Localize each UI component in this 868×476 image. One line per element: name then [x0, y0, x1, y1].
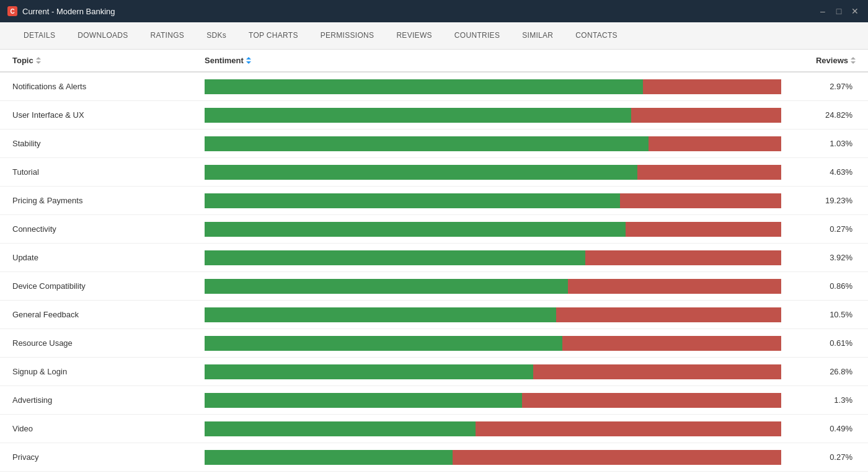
sentiment-bar: [205, 279, 781, 294]
sentiment-bar: [205, 450, 781, 465]
topic-cell: Update: [12, 253, 205, 262]
table-row: Device Compatibility 0.86%: [0, 272, 868, 301]
sentiment-bar: [205, 136, 781, 151]
topic-cell: Privacy: [12, 452, 205, 462]
reviews-pct: 0.27%: [781, 224, 856, 234]
positive-bar: [205, 364, 533, 379]
nav-ratings[interactable]: RATINGS: [140, 22, 196, 50]
topic-cell: Pricing & Payments: [12, 196, 205, 205]
table-row: Signup & Login 26.8%: [0, 358, 868, 386]
nav-similar[interactable]: SIMILAR: [511, 22, 564, 50]
sentiment-bar: [205, 222, 781, 237]
reviews-pct: 0.49%: [781, 424, 856, 433]
positive-bar: [205, 193, 620, 208]
sentiment-bar: [205, 393, 781, 408]
reviews-pct: 2.97%: [781, 82, 856, 91]
positive-bar: [205, 79, 643, 94]
nav-countries[interactable]: COUNTRIES: [443, 22, 511, 50]
col-reviews[interactable]: Reviews: [781, 56, 856, 65]
sentiment-bar: [205, 336, 781, 351]
positive-bar: [205, 279, 568, 294]
reviews-pct: 19.23%: [781, 196, 856, 205]
positive-bar: [205, 336, 562, 351]
table-row: General Feedback 10.5%: [0, 301, 868, 329]
reviews-sort-icon[interactable]: [851, 57, 856, 64]
title-bar: C Current - Modern Banking – □ ✕: [0, 0, 868, 22]
maximize-button[interactable]: □: [833, 6, 844, 16]
negative-bar: [533, 364, 781, 379]
negative-bar: [568, 279, 781, 294]
topic-cell: General Feedback: [12, 310, 205, 319]
topic-cell: Video: [12, 424, 205, 433]
sentiment-bar: [205, 250, 781, 265]
table-row: Pricing & Payments 19.23%: [0, 187, 868, 215]
minimize-button[interactable]: –: [817, 6, 828, 16]
table-row: Tutorial 4.63%: [0, 158, 868, 187]
topic-cell: Resource Usage: [12, 338, 205, 348]
reviews-pct: 0.27%: [781, 452, 856, 462]
sentiment-bar: [205, 165, 781, 180]
reviews-pct: 3.92%: [781, 253, 856, 262]
nav-contacts[interactable]: CONTACTS: [564, 22, 629, 50]
reviews-pct: 26.8%: [781, 367, 856, 376]
positive-bar: [205, 307, 556, 322]
negative-bar: [626, 222, 781, 237]
reviews-pct: 0.86%: [781, 281, 856, 291]
negative-bar: [562, 336, 781, 351]
nav-top-charts[interactable]: TOP CHARTS: [237, 22, 309, 50]
positive-bar: [205, 421, 476, 436]
positive-bar: [205, 136, 649, 151]
col-topic[interactable]: Topic: [12, 56, 205, 65]
negative-bar: [556, 307, 781, 322]
positive-bar: [205, 165, 637, 180]
nav-bar: DETAILS DOWNLOADS RATINGS SDKs TOP CHART…: [0, 22, 868, 50]
table-row: Advertising 1.3%: [0, 386, 868, 415]
table-row: Update 3.92%: [0, 244, 868, 272]
sentiment-bar: [205, 421, 781, 436]
topic-cell: User Interface & UX: [12, 110, 205, 120]
negative-bar: [585, 250, 781, 265]
table-row: Connectivity 0.27%: [0, 215, 868, 244]
topic-cell: Connectivity: [12, 224, 205, 234]
topic-cell: Signup & Login: [12, 367, 205, 376]
positive-bar: [205, 222, 626, 237]
nav-downloads[interactable]: DOWNLOADS: [66, 22, 139, 50]
positive-bar: [205, 250, 585, 265]
positive-bar: [205, 108, 631, 123]
topic-cell: Device Compatibility: [12, 281, 205, 291]
table-row: Resource Usage 0.61%: [0, 329, 868, 358]
nav-reviews[interactable]: REVIEWS: [385, 22, 443, 50]
nav-details[interactable]: DETAILS: [12, 22, 66, 50]
sentiment-sort-icon[interactable]: [246, 57, 251, 64]
negative-bar: [620, 193, 781, 208]
table-row: Stability 1.03%: [0, 130, 868, 158]
table-row: Video 0.49%: [0, 415, 868, 443]
nav-sdks[interactable]: SDKs: [195, 22, 237, 50]
col-sentiment[interactable]: Sentiment: [205, 56, 781, 65]
topic-cell: Advertising: [12, 395, 205, 405]
content-area: Topic Sentiment Reviews Notifications & …: [0, 50, 868, 476]
reviews-pct: 4.63%: [781, 167, 856, 177]
table-row: User Interface & UX 24.82%: [0, 101, 868, 130]
topic-cell: Tutorial: [12, 167, 205, 177]
table-row: Notifications & Alerts 2.97%: [0, 73, 868, 101]
nav-permissions[interactable]: PERMISSIONS: [309, 22, 386, 50]
topic-sort-icon[interactable]: [36, 57, 41, 64]
reviews-pct: 0.61%: [781, 338, 856, 348]
sentiment-bar: [205, 193, 781, 208]
sentiment-bar: [205, 108, 781, 123]
topic-cell: Notifications & Alerts: [12, 82, 205, 91]
negative-bar: [643, 79, 781, 94]
topic-cell: Stability: [12, 139, 205, 148]
reviews-pct: 1.03%: [781, 139, 856, 148]
reviews-pct: 1.3%: [781, 395, 856, 405]
sentiment-bar: [205, 307, 781, 322]
positive-bar: [205, 450, 453, 465]
close-button[interactable]: ✕: [849, 6, 861, 16]
negative-bar: [637, 165, 782, 180]
negative-bar: [631, 108, 781, 123]
positive-bar: [205, 393, 522, 408]
sentiment-bar: [205, 364, 781, 379]
table-body: Notifications & Alerts 2.97% User Interf…: [0, 73, 868, 472]
table-header: Topic Sentiment Reviews: [0, 50, 868, 73]
